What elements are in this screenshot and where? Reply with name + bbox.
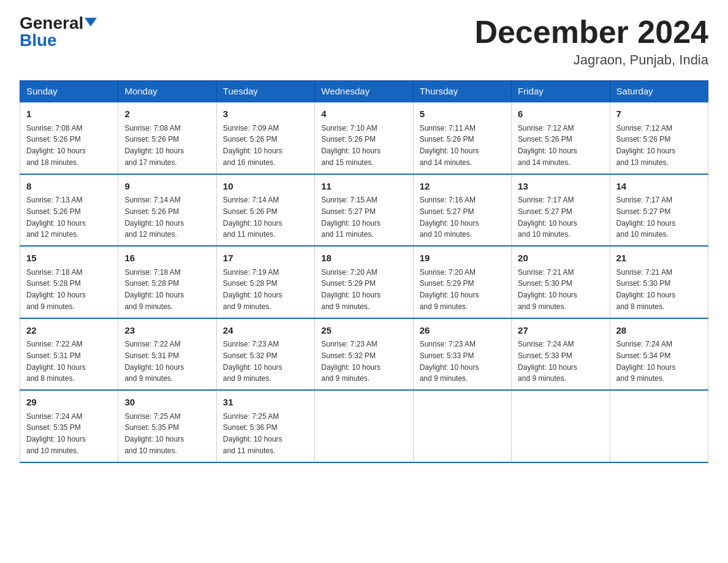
- calendar-cell: 17 Sunrise: 7:19 AMSunset: 5:28 PMDaylig…: [216, 246, 314, 318]
- calendar-cell: [315, 390, 413, 462]
- calendar-cell: 20 Sunrise: 7:21 AMSunset: 5:30 PMDaylig…: [512, 246, 610, 318]
- day-number: 7: [616, 107, 702, 121]
- day-number: 15: [26, 251, 112, 266]
- day-number: 14: [616, 180, 702, 194]
- location-title: Jagraon, Punjab, India: [474, 52, 708, 68]
- day-number: 21: [616, 251, 702, 266]
- day-number: 12: [420, 180, 505, 194]
- day-number: 8: [26, 180, 112, 194]
- calendar-week-1: 1 Sunrise: 7:08 AMSunset: 5:26 PMDayligh…: [20, 102, 708, 174]
- calendar-cell: 12 Sunrise: 7:16 AMSunset: 5:27 PMDaylig…: [413, 174, 511, 247]
- day-info: Sunrise: 7:17 AMSunset: 5:27 PMDaylight:…: [616, 196, 676, 239]
- calendar-cell: 1 Sunrise: 7:08 AMSunset: 5:26 PMDayligh…: [20, 102, 118, 174]
- calendar-cell: 25 Sunrise: 7:23 AMSunset: 5:32 PMDaylig…: [315, 318, 413, 391]
- day-info: Sunrise: 7:08 AMSunset: 5:26 PMDaylight:…: [124, 124, 184, 167]
- day-info: Sunrise: 7:20 AMSunset: 5:29 PMDaylight:…: [321, 268, 381, 311]
- calendar-cell: 19 Sunrise: 7:20 AMSunset: 5:29 PMDaylig…: [413, 246, 511, 318]
- column-header-sunday: Sunday: [20, 81, 118, 102]
- day-info: Sunrise: 7:25 AMSunset: 5:35 PMDaylight:…: [124, 412, 184, 455]
- column-header-saturday: Saturday: [610, 81, 708, 102]
- day-info: Sunrise: 7:20 AMSunset: 5:29 PMDaylight:…: [420, 268, 479, 311]
- calendar-cell: [610, 390, 708, 462]
- day-number: 16: [124, 251, 210, 266]
- day-number: 30: [124, 396, 210, 410]
- calendar-cell: 16 Sunrise: 7:18 AMSunset: 5:28 PMDaylig…: [118, 246, 216, 318]
- page-header: General Blue December 2024 Jagraon, Punj…: [20, 15, 708, 68]
- day-info: Sunrise: 7:08 AMSunset: 5:26 PMDaylight:…: [26, 124, 86, 167]
- calendar-cell: 22 Sunrise: 7:22 AMSunset: 5:31 PMDaylig…: [20, 318, 118, 391]
- calendar-cell: 28 Sunrise: 7:24 AMSunset: 5:34 PMDaylig…: [610, 318, 708, 391]
- day-number: 9: [124, 180, 210, 194]
- day-number: 10: [223, 180, 308, 194]
- logo-triangle-icon: [85, 18, 97, 26]
- calendar-week-3: 15 Sunrise: 7:18 AMSunset: 5:28 PMDaylig…: [20, 246, 708, 318]
- calendar-cell: 23 Sunrise: 7:22 AMSunset: 5:31 PMDaylig…: [118, 318, 216, 391]
- calendar-cell: 31 Sunrise: 7:25 AMSunset: 5:36 PMDaylig…: [216, 390, 314, 462]
- calendar-cell: 10 Sunrise: 7:14 AMSunset: 5:26 PMDaylig…: [216, 174, 314, 247]
- day-info: Sunrise: 7:11 AMSunset: 5:26 PMDaylight:…: [420, 124, 479, 167]
- day-info: Sunrise: 7:25 AMSunset: 5:36 PMDaylight:…: [223, 412, 282, 455]
- day-number: 11: [321, 180, 406, 194]
- day-info: Sunrise: 7:22 AMSunset: 5:31 PMDaylight:…: [124, 340, 184, 383]
- day-number: 22: [26, 324, 112, 338]
- day-number: 4: [321, 107, 406, 121]
- day-info: Sunrise: 7:18 AMSunset: 5:28 PMDaylight:…: [124, 268, 184, 311]
- calendar-cell: 9 Sunrise: 7:14 AMSunset: 5:26 PMDayligh…: [118, 174, 216, 247]
- day-number: 26: [420, 324, 505, 338]
- day-info: Sunrise: 7:14 AMSunset: 5:26 PMDaylight:…: [124, 196, 184, 239]
- calendar-cell: 11 Sunrise: 7:15 AMSunset: 5:27 PMDaylig…: [315, 174, 413, 247]
- day-info: Sunrise: 7:24 AMSunset: 5:34 PMDaylight:…: [616, 340, 676, 383]
- day-info: Sunrise: 7:17 AMSunset: 5:27 PMDaylight:…: [518, 196, 577, 239]
- day-number: 23: [124, 324, 210, 338]
- day-number: 28: [616, 324, 702, 338]
- calendar-cell: 7 Sunrise: 7:12 AMSunset: 5:26 PMDayligh…: [610, 102, 708, 174]
- column-header-friday: Friday: [512, 81, 610, 102]
- calendar-cell: 3 Sunrise: 7:09 AMSunset: 5:26 PMDayligh…: [216, 102, 314, 174]
- day-info: Sunrise: 7:19 AMSunset: 5:28 PMDaylight:…: [223, 268, 282, 311]
- day-info: Sunrise: 7:21 AMSunset: 5:30 PMDaylight:…: [518, 268, 577, 311]
- calendar-cell: 8 Sunrise: 7:13 AMSunset: 5:26 PMDayligh…: [20, 174, 118, 247]
- day-info: Sunrise: 7:23 AMSunset: 5:32 PMDaylight:…: [321, 340, 381, 383]
- calendar-table: SundayMondayTuesdayWednesdayThursdayFrid…: [20, 80, 708, 463]
- day-number: 31: [223, 396, 308, 410]
- month-title: December 2024: [474, 15, 708, 50]
- day-number: 13: [518, 180, 603, 194]
- column-header-thursday: Thursday: [413, 81, 511, 102]
- day-info: Sunrise: 7:24 AMSunset: 5:35 PMDaylight:…: [26, 412, 86, 455]
- logo-area: General Blue: [20, 15, 97, 49]
- calendar-cell: 4 Sunrise: 7:10 AMSunset: 5:26 PMDayligh…: [315, 102, 413, 174]
- day-number: 20: [518, 251, 603, 266]
- day-info: Sunrise: 7:23 AMSunset: 5:32 PMDaylight:…: [223, 340, 282, 383]
- day-info: Sunrise: 7:12 AMSunset: 5:26 PMDaylight:…: [518, 124, 577, 167]
- day-number: 1: [26, 107, 112, 121]
- day-number: 27: [518, 324, 603, 338]
- day-info: Sunrise: 7:24 AMSunset: 5:33 PMDaylight:…: [518, 340, 577, 383]
- title-area: December 2024 Jagraon, Punjab, India: [474, 15, 708, 68]
- calendar-cell: 2 Sunrise: 7:08 AMSunset: 5:26 PMDayligh…: [118, 102, 216, 174]
- day-info: Sunrise: 7:23 AMSunset: 5:33 PMDaylight:…: [420, 340, 479, 383]
- day-number: 6: [518, 107, 603, 121]
- day-info: Sunrise: 7:18 AMSunset: 5:28 PMDaylight:…: [26, 268, 86, 311]
- column-header-tuesday: Tuesday: [216, 81, 314, 102]
- day-number: 24: [223, 324, 308, 338]
- day-number: 2: [124, 107, 210, 121]
- calendar-cell: 27 Sunrise: 7:24 AMSunset: 5:33 PMDaylig…: [512, 318, 610, 391]
- calendar-cell: 18 Sunrise: 7:20 AMSunset: 5:29 PMDaylig…: [315, 246, 413, 318]
- calendar-week-2: 8 Sunrise: 7:13 AMSunset: 5:26 PMDayligh…: [20, 174, 708, 247]
- day-number: 17: [223, 251, 308, 266]
- calendar-cell: 29 Sunrise: 7:24 AMSunset: 5:35 PMDaylig…: [20, 390, 118, 462]
- day-number: 18: [321, 251, 406, 266]
- day-number: 29: [26, 396, 112, 410]
- column-header-wednesday: Wednesday: [315, 81, 413, 102]
- day-info: Sunrise: 7:15 AMSunset: 5:27 PMDaylight:…: [321, 196, 381, 239]
- calendar-cell: 21 Sunrise: 7:21 AMSunset: 5:30 PMDaylig…: [610, 246, 708, 318]
- day-info: Sunrise: 7:09 AMSunset: 5:26 PMDaylight:…: [223, 124, 282, 167]
- day-info: Sunrise: 7:13 AMSunset: 5:26 PMDaylight:…: [26, 196, 86, 239]
- day-info: Sunrise: 7:14 AMSunset: 5:26 PMDaylight:…: [223, 196, 282, 239]
- calendar-cell: 15 Sunrise: 7:18 AMSunset: 5:28 PMDaylig…: [20, 246, 118, 318]
- calendar-cell: 6 Sunrise: 7:12 AMSunset: 5:26 PMDayligh…: [512, 102, 610, 174]
- day-number: 5: [420, 107, 505, 121]
- logo: General Blue: [20, 15, 97, 49]
- calendar-cell: 30 Sunrise: 7:25 AMSunset: 5:35 PMDaylig…: [118, 390, 216, 462]
- logo-blue-text: Blue: [20, 31, 57, 50]
